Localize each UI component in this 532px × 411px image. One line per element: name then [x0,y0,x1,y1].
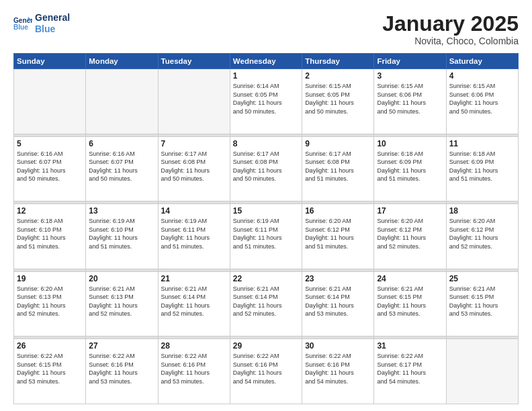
week-row-4: 26Sunrise: 6:22 AM Sunset: 6:15 PM Dayli… [14,339,519,404]
day-number: 22 [233,274,299,283]
week-row-0: 1Sunrise: 6:14 AM Sunset: 6:05 PM Daylig… [14,69,519,134]
col-tuesday: Tuesday [158,54,230,69]
day-info: Sunrise: 6:21 AM Sunset: 6:15 PM Dayligh… [377,285,443,318]
day-number: 4 [449,71,515,81]
table-row: 18Sunrise: 6:20 AM Sunset: 6:12 PM Dayli… [446,204,518,269]
col-sunday: Sunday [14,54,86,69]
table-row: 7Sunrise: 6:17 AM Sunset: 6:08 PM Daylig… [158,136,230,201]
day-info: Sunrise: 6:21 AM Sunset: 6:15 PM Dayligh… [449,285,515,318]
day-number: 20 [89,274,154,283]
col-friday: Friday [374,54,446,69]
day-number: 29 [233,341,299,351]
table-row: 20Sunrise: 6:21 AM Sunset: 6:13 PM Dayli… [86,271,158,336]
col-saturday: Saturday [446,54,518,69]
table-row: 23Sunrise: 6:21 AM Sunset: 6:14 PM Dayli… [302,271,374,336]
table-row: 8Sunrise: 6:17 AM Sunset: 6:08 PM Daylig… [230,136,302,201]
day-number: 18 [449,206,515,216]
week-row-3: 19Sunrise: 6:20 AM Sunset: 6:13 PM Dayli… [14,271,519,336]
day-info: Sunrise: 6:22 AM Sunset: 6:16 PM Dayligh… [305,352,371,385]
table-row: 26Sunrise: 6:22 AM Sunset: 6:15 PM Dayli… [14,339,86,404]
table-row: 29Sunrise: 6:22 AM Sunset: 6:16 PM Dayli… [230,339,302,404]
day-info: Sunrise: 6:15 AM Sunset: 6:06 PM Dayligh… [377,82,443,116]
day-info: Sunrise: 6:20 AM Sunset: 6:12 PM Dayligh… [377,217,443,250]
day-number: 24 [377,274,443,283]
table-row: 14Sunrise: 6:19 AM Sunset: 6:11 PM Dayli… [158,204,230,269]
day-info: Sunrise: 6:14 AM Sunset: 6:05 PM Dayligh… [233,82,299,116]
day-number: 26 [17,341,83,351]
day-number: 7 [161,139,227,148]
col-wednesday: Wednesday [230,54,302,69]
day-number: 28 [161,341,227,351]
day-info: Sunrise: 6:22 AM Sunset: 6:15 PM Dayligh… [17,352,83,385]
week-row-1: 5Sunrise: 6:16 AM Sunset: 6:07 PM Daylig… [14,136,519,201]
day-info: Sunrise: 6:20 AM Sunset: 6:13 PM Dayligh… [17,285,83,318]
week-row-2: 12Sunrise: 6:18 AM Sunset: 6:10 PM Dayli… [14,204,519,269]
day-number: 23 [305,274,371,283]
day-info: Sunrise: 6:17 AM Sunset: 6:08 PM Dayligh… [161,150,227,183]
table-row: 31Sunrise: 6:22 AM Sunset: 6:17 PM Dayli… [374,339,446,404]
day-info: Sunrise: 6:18 AM Sunset: 6:09 PM Dayligh… [377,150,443,183]
col-thursday: Thursday [302,54,374,69]
table-row: 22Sunrise: 6:21 AM Sunset: 6:14 PM Dayli… [230,271,302,336]
day-info: Sunrise: 6:22 AM Sunset: 6:16 PM Dayligh… [89,352,154,385]
table-row: 19Sunrise: 6:20 AM Sunset: 6:13 PM Dayli… [14,271,86,336]
page: General Blue General Blue January 2025 N… [0,0,532,411]
day-info: Sunrise: 6:19 AM Sunset: 6:11 PM Dayligh… [233,217,299,250]
table-row: 13Sunrise: 6:19 AM Sunset: 6:10 PM Dayli… [86,204,158,269]
table-row: 28Sunrise: 6:22 AM Sunset: 6:16 PM Dayli… [158,339,230,404]
table-row: 21Sunrise: 6:21 AM Sunset: 6:14 PM Dayli… [158,271,230,336]
table-row: 16Sunrise: 6:20 AM Sunset: 6:12 PM Dayli… [302,204,374,269]
table-row: 10Sunrise: 6:18 AM Sunset: 6:09 PM Dayli… [374,136,446,201]
table-row: 25Sunrise: 6:21 AM Sunset: 6:15 PM Dayli… [446,271,518,336]
table-row: 1Sunrise: 6:14 AM Sunset: 6:05 PM Daylig… [230,69,302,134]
table-row: 6Sunrise: 6:16 AM Sunset: 6:07 PM Daylig… [86,136,158,201]
day-info: Sunrise: 6:22 AM Sunset: 6:16 PM Dayligh… [233,352,299,385]
table-row: 3Sunrise: 6:15 AM Sunset: 6:06 PM Daylig… [374,69,446,134]
title-block: January 2025 Novita, Choco, Colombia [382,12,519,46]
header: General Blue General Blue January 2025 N… [13,12,519,46]
day-info: Sunrise: 6:18 AM Sunset: 6:09 PM Dayligh… [449,150,515,183]
day-number: 27 [89,341,154,351]
day-number: 14 [161,206,227,216]
day-number: 3 [377,71,443,81]
table-row: 15Sunrise: 6:19 AM Sunset: 6:11 PM Dayli… [230,204,302,269]
day-number: 11 [449,139,515,148]
table-row: 12Sunrise: 6:18 AM Sunset: 6:10 PM Dayli… [14,204,86,269]
day-info: Sunrise: 6:17 AM Sunset: 6:08 PM Dayligh… [233,150,299,183]
table-row: 9Sunrise: 6:17 AM Sunset: 6:08 PM Daylig… [302,136,374,201]
calendar-header-row: Sunday Monday Tuesday Wednesday Thursday… [14,54,519,69]
day-info: Sunrise: 6:22 AM Sunset: 6:17 PM Dayligh… [377,352,443,385]
day-info: Sunrise: 6:15 AM Sunset: 6:05 PM Dayligh… [305,82,371,116]
day-number: 9 [305,139,371,148]
day-number: 13 [89,206,154,216]
table-row: 4Sunrise: 6:15 AM Sunset: 6:06 PM Daylig… [446,69,518,134]
day-number: 5 [17,139,83,148]
day-info: Sunrise: 6:22 AM Sunset: 6:16 PM Dayligh… [161,352,227,385]
day-info: Sunrise: 6:16 AM Sunset: 6:07 PM Dayligh… [89,150,154,183]
day-info: Sunrise: 6:21 AM Sunset: 6:14 PM Dayligh… [233,285,299,318]
table-row: 2Sunrise: 6:15 AM Sunset: 6:05 PM Daylig… [302,69,374,134]
table-row [86,69,158,134]
day-info: Sunrise: 6:20 AM Sunset: 6:12 PM Dayligh… [449,217,515,250]
day-info: Sunrise: 6:15 AM Sunset: 6:06 PM Dayligh… [449,82,515,116]
logo-text: General Blue [35,12,70,35]
day-number: 1 [233,71,299,81]
table-row [158,69,230,134]
day-number: 16 [305,206,371,216]
day-info: Sunrise: 6:20 AM Sunset: 6:12 PM Dayligh… [305,217,371,250]
day-number: 2 [305,71,371,81]
day-info: Sunrise: 6:16 AM Sunset: 6:07 PM Dayligh… [17,150,83,183]
table-row: 24Sunrise: 6:21 AM Sunset: 6:15 PM Dayli… [374,271,446,336]
day-number: 25 [449,274,515,283]
table-row: 5Sunrise: 6:16 AM Sunset: 6:07 PM Daylig… [14,136,86,201]
day-number: 8 [233,139,299,148]
day-number: 19 [17,274,83,283]
day-info: Sunrise: 6:19 AM Sunset: 6:11 PM Dayligh… [161,217,227,250]
day-number: 17 [377,206,443,216]
table-row: 30Sunrise: 6:22 AM Sunset: 6:16 PM Dayli… [302,339,374,404]
day-number: 12 [17,206,83,216]
svg-text:Blue: Blue [13,24,28,31]
day-info: Sunrise: 6:21 AM Sunset: 6:14 PM Dayligh… [305,285,371,318]
day-info: Sunrise: 6:18 AM Sunset: 6:10 PM Dayligh… [17,217,83,250]
calendar-table: Sunday Monday Tuesday Wednesday Thursday… [13,53,519,404]
